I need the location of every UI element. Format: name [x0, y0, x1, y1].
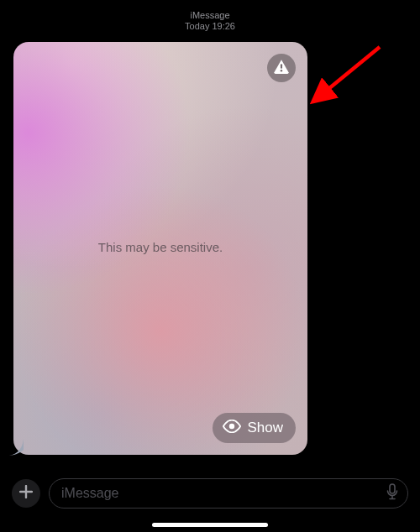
- plus-icon: [19, 485, 33, 502]
- annotation-arrow: [302, 42, 386, 109]
- sensitive-image-bubble[interactable]: This may be sensitive. Show: [13, 42, 307, 455]
- svg-line-5: [314, 47, 380, 101]
- svg-rect-3: [390, 484, 395, 493]
- message-bubble-container: This may be sensitive. Show: [13, 42, 307, 455]
- svg-rect-0: [281, 65, 282, 70]
- timestamp-header: iMessage Today 19:26: [0, 0, 420, 37]
- svg-point-1: [281, 70, 282, 71]
- home-indicator[interactable]: [152, 523, 268, 527]
- eye-icon: [223, 420, 241, 437]
- message-input-placeholder: iMessage: [61, 486, 386, 501]
- message-composer: iMessage: [12, 478, 408, 509]
- sensitive-warning-text: This may be sensitive.: [98, 240, 223, 254]
- show-button[interactable]: Show: [213, 413, 296, 443]
- warning-triangle-icon: [273, 59, 290, 77]
- message-input[interactable]: iMessage: [49, 478, 408, 509]
- show-button-label: Show: [247, 420, 283, 436]
- sensitive-warning-badge[interactable]: [267, 54, 296, 82]
- timestamp-label: Today 19:26: [0, 21, 420, 32]
- svg-point-2: [229, 424, 234, 429]
- bubble-tail: [7, 439, 24, 456]
- microphone-icon[interactable]: [386, 483, 399, 503]
- service-label: iMessage: [0, 10, 420, 21]
- attach-button[interactable]: [12, 479, 40, 508]
